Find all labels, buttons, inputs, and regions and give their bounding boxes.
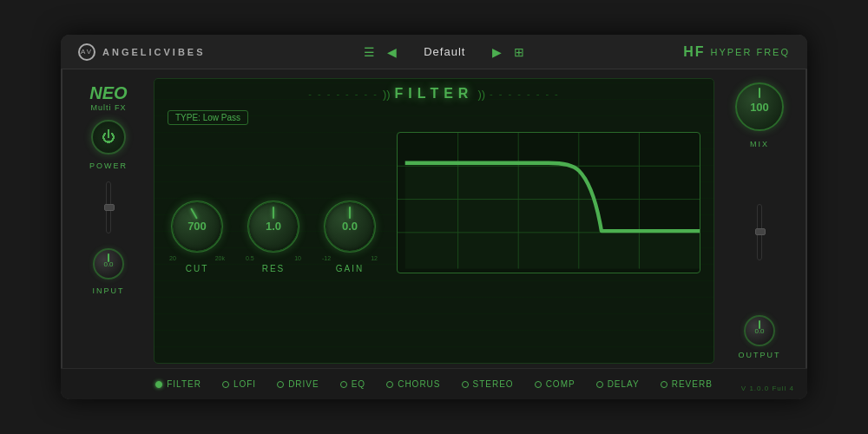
cut-max: 20k <box>215 255 225 261</box>
res-label: RES <box>262 264 286 273</box>
tab-reverb[interactable]: REVERB <box>654 376 720 392</box>
tab-radio-reverb <box>661 381 667 388</box>
plugin-frame: AV ANGELICVIBES ☰ ◀ Default ▶ ⊞ HF HYPER… <box>61 35 807 399</box>
preset-controls: ☰ ◀ Default ▶ ⊞ <box>361 45 527 59</box>
cut-knob-container: 700 20 20k CUT <box>168 201 227 273</box>
neo-logo: NEO Multi FX <box>89 82 127 113</box>
hf-logo-icon: HF <box>683 44 705 60</box>
power-label: POWER <box>89 161 128 170</box>
right-dashes: - - - - - - - - <box>490 89 560 99</box>
right-arrows: )) <box>477 88 485 101</box>
tab-radio-lofi <box>222 381 229 388</box>
mix-knob[interactable]: 100 <box>735 82 784 131</box>
tab-label-stereo: STEREO <box>473 379 514 389</box>
left-sidebar: NEO Multi FX ⏻ POWER 0.0 INPUT <box>74 78 143 364</box>
tab-label-chorus: CHORUS <box>398 379 440 389</box>
output-knob-value: 0.0 <box>754 327 764 335</box>
mix-slider-thumb <box>755 228 766 235</box>
cut-ticks: 20 20k <box>168 255 227 261</box>
res-knob-value: 1.0 <box>266 220 281 233</box>
tab-comp[interactable]: COMP <box>528 376 582 392</box>
main-content: NEO Multi FX ⏻ POWER 0.0 INPUT - - - - -… <box>61 69 807 368</box>
input-slider[interactable] <box>106 181 111 233</box>
tab-label-lofi: LOFI <box>233 379 256 389</box>
filter-type-badge[interactable]: TYPE: Low Pass <box>168 110 248 125</box>
tab-radio-delay <box>596 381 603 388</box>
left-arrows: )) <box>383 88 391 101</box>
neo-text: NEO <box>89 82 127 103</box>
cut-knob[interactable]: 700 <box>171 201 223 253</box>
output-label: OUTPUT <box>739 351 781 359</box>
tab-stereo[interactable]: STEREO <box>455 376 521 392</box>
tab-label-filter: FILTER <box>167 379 201 389</box>
tab-radio-chorus <box>386 381 393 388</box>
gain-min: -12 <box>322 255 331 261</box>
tab-radio-drive <box>277 381 284 388</box>
tab-filter[interactable]: FILTER <box>148 376 208 392</box>
brand-logo: AV ANGELICVIBES <box>78 43 206 61</box>
power-button[interactable]: ⏻ <box>91 120 126 155</box>
gain-knob-container: 0.0 -12 12 GAIN <box>320 201 379 273</box>
res-knob[interactable]: 1.0 <box>247 201 299 253</box>
res-knob-container: 1.0 0.5 10 RES <box>244 201 303 273</box>
mix-label: MIX <box>750 140 769 148</box>
power-icon: ⏻ <box>102 129 115 145</box>
input-knob[interactable]: 0.0 <box>93 248 124 279</box>
filter-curve-svg <box>398 133 700 269</box>
left-dashes: - - - - - - - - <box>308 89 378 99</box>
tab-drive[interactable]: DRIVE <box>270 376 326 392</box>
res-min: 0.5 <box>246 255 254 261</box>
brand-name: ANGELICVIBES <box>102 47 206 57</box>
tab-label-drive: DRIVE <box>288 379 319 389</box>
tab-label-comp: COMP <box>546 379 575 389</box>
panel-body: TYPE: Low Pass 700 20 20k CUT <box>155 106 713 363</box>
gain-max: 12 <box>371 255 378 261</box>
list-icon[interactable]: ☰ <box>361 45 378 59</box>
controls-row: 700 20 20k CUT 1.0 <box>168 132 700 273</box>
mix-knob-indicator <box>759 88 760 98</box>
preset-next-icons: ▶ ⊞ <box>490 45 527 59</box>
gain-knob-value: 0.0 <box>342 220 358 233</box>
tab-label-eq: EQ <box>352 379 365 389</box>
mix-knob-value: 100 <box>750 101 769 114</box>
bottom-tabs: FILTERLOFIDRIVEEQCHORUSSTEREOCOMPDELAYRE… <box>61 368 807 399</box>
top-bar: AV ANGELICVIBES ☰ ◀ Default ▶ ⊞ HF HYPER… <box>61 35 807 69</box>
tab-radio-stereo <box>462 381 469 388</box>
input-knob-value: 0.0 <box>103 260 113 267</box>
brand-right: HF HYPER FREQ <box>683 44 790 60</box>
right-sidebar: 100 MIX 0.0 OUTPUT <box>725 78 794 364</box>
cut-knob-value: 700 <box>187 220 207 233</box>
multi-fx-text: Multi FX <box>89 103 127 113</box>
input-slider-thumb <box>104 204 115 211</box>
grid-icon[interactable]: ⊞ <box>511 45 527 59</box>
gain-label: GAIN <box>336 264 364 273</box>
gain-knob[interactable]: 0.0 <box>324 201 376 253</box>
tab-lofi[interactable]: LOFI <box>215 376 263 392</box>
brand-circle-text: AV <box>81 48 93 56</box>
tab-eq[interactable]: EQ <box>333 376 372 392</box>
cut-min: 20 <box>169 255 176 261</box>
filter-display <box>397 132 700 273</box>
tab-radio-eq <box>340 381 347 388</box>
panel-header: - - - - - - - - )) FILTER )) - - - - - -… <box>155 79 713 106</box>
preset-icons: ☰ ◀ <box>361 45 399 59</box>
tab-label-delay: DELAY <box>608 379 640 389</box>
tab-radio-comp <box>535 381 542 388</box>
prev-preset-button[interactable]: ◀ <box>385 45 399 59</box>
gain-ticks: -12 12 <box>320 255 379 261</box>
tab-label-reverb: REVERB <box>672 379 713 389</box>
input-label: INPUT <box>93 286 125 295</box>
res-max: 10 <box>294 255 301 261</box>
tab-delay[interactable]: DELAY <box>589 376 647 392</box>
cut-knob-indicator <box>190 207 198 219</box>
output-knob[interactable]: 0.0 <box>744 315 775 346</box>
res-knob-indicator <box>273 207 274 219</box>
brand-circle-icon: AV <box>78 43 95 61</box>
res-ticks: 0.5 10 <box>244 255 303 261</box>
tab-chorus[interactable]: CHORUS <box>379 376 447 392</box>
version-text: V 1.0.0 Full 4 <box>741 385 794 392</box>
cut-label: CUT <box>186 264 209 273</box>
next-preset-button[interactable]: ▶ <box>490 45 504 59</box>
mix-slider[interactable] <box>757 204 762 260</box>
tab-radio-filter <box>155 381 162 388</box>
